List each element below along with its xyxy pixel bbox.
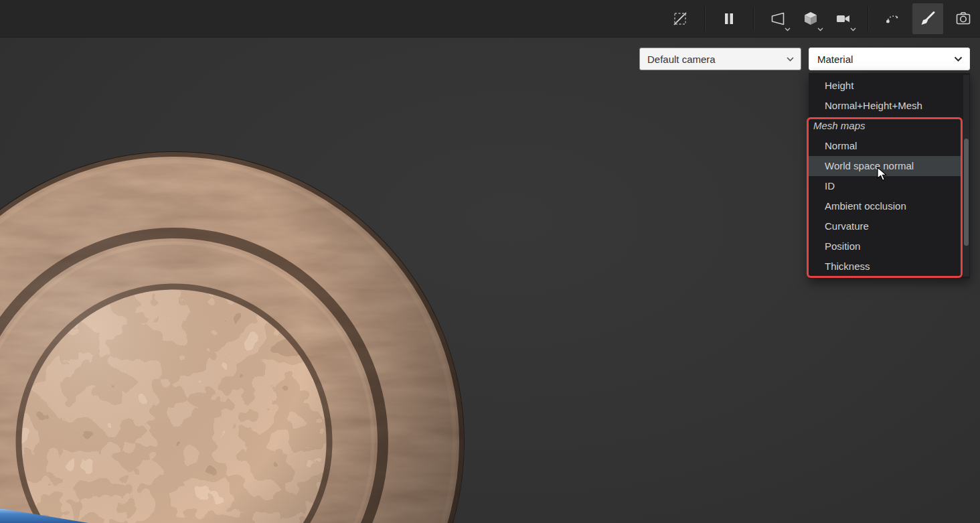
- menu-item-curvature[interactable]: Curvature: [809, 216, 970, 236]
- chevron-down-icon: [787, 57, 794, 62]
- toolbar-separator: [753, 7, 754, 31]
- perspective-view-button[interactable]: [765, 5, 791, 33]
- chevron-down-icon: [785, 27, 791, 31]
- paint-tool-button[interactable]: [912, 3, 943, 34]
- camera-select[interactable]: Default camera: [639, 48, 801, 70]
- pause-button[interactable]: [716, 5, 742, 33]
- environment-rotation-icon: [884, 10, 901, 27]
- menu-item-normal-height-mesh[interactable]: Normal+Height+Mesh: [809, 96, 970, 116]
- display-mode-menu: Height Normal+Height+Mesh Mesh maps Norm…: [809, 73, 970, 279]
- camera-select-value: Default camera: [647, 54, 716, 65]
- menu-item-thickness[interactable]: Thickness: [809, 256, 970, 277]
- toolbar-separator: [704, 7, 705, 31]
- menu-section-mesh-maps: Mesh maps: [809, 116, 970, 136]
- menu-item-id[interactable]: ID: [809, 176, 970, 196]
- app-window: Default camera Material Height Normal+He…: [0, 0, 980, 523]
- menu-item-world-space-normal[interactable]: World space normal: [809, 156, 963, 176]
- material-view-button[interactable]: [798, 5, 823, 33]
- display-mode-select[interactable]: Material: [809, 48, 970, 70]
- menu-scrollbar-thumb[interactable]: [964, 139, 969, 246]
- menu-item-normal[interactable]: Normal: [809, 136, 970, 156]
- screenshot-button[interactable]: [951, 5, 976, 33]
- top-toolbar: [0, 0, 980, 38]
- material-view-icon: [802, 10, 819, 27]
- display-mode-select-value: Material: [817, 54, 853, 65]
- cork-trivet-model[interactable]: [0, 147, 469, 523]
- menu-scrollbar[interactable]: [963, 75, 969, 277]
- environment-rotation-button[interactable]: [880, 5, 905, 33]
- chevron-down-icon: [954, 56, 963, 62]
- perspective-view-icon: [769, 10, 787, 27]
- menu-item-ambient-occlusion[interactable]: Ambient occlusion: [809, 196, 970, 216]
- camera-view-button[interactable]: [831, 5, 856, 33]
- chevron-down-icon: [817, 27, 823, 31]
- symmetry-disabled-button[interactable]: [667, 5, 693, 33]
- menu-item-position[interactable]: Position: [809, 236, 970, 256]
- toolbar-separator: [868, 7, 868, 31]
- camera-view-icon: [835, 10, 852, 27]
- symmetry-disabled-icon: [672, 11, 688, 27]
- paint-tool-icon: [919, 10, 936, 27]
- menu-item-height[interactable]: Height: [809, 76, 970, 96]
- screenshot-camera-icon: [955, 10, 972, 27]
- chevron-down-icon: [850, 27, 856, 31]
- pause-icon: [721, 11, 737, 27]
